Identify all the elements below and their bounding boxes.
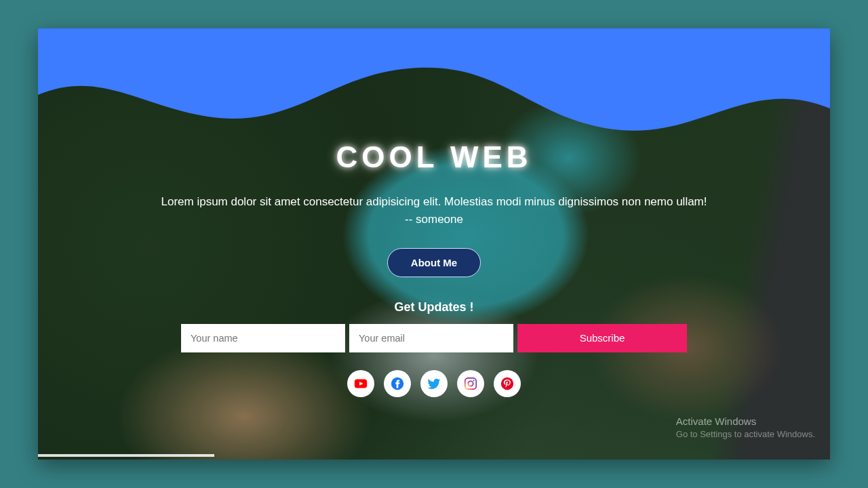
svg-point-3 [468,381,473,386]
subscribe-form: Subscribe [181,324,687,352]
email-input[interactable] [349,324,513,352]
updates-heading: Get Updates ! [394,300,473,314]
twitter-icon[interactable] [420,370,448,397]
page-frame: COOL WEB Lorem ipsum dolor sit amet cons… [38,28,830,460]
video-progress-indicator [38,454,214,457]
tagline-line2: -- someone [405,213,463,226]
page-title: COOL WEB [336,140,532,174]
social-row [347,370,521,397]
subscribe-button[interactable]: Subscribe [517,324,687,352]
hero-content: COOL WEB Lorem ipsum dolor sit amet cons… [38,28,830,460]
instagram-icon[interactable] [457,370,484,397]
youtube-icon[interactable] [347,370,374,397]
about-me-button[interactable]: About Me [387,248,481,277]
tagline-line1: Lorem ipsum dolor sit amet consectetur a… [161,195,707,208]
svg-point-4 [473,380,474,381]
facebook-icon[interactable] [384,370,411,397]
pinterest-icon[interactable] [494,370,521,397]
name-input[interactable] [181,324,345,352]
svg-rect-2 [465,378,477,389]
tagline: Lorem ipsum dolor sit amet consectetur a… [161,193,707,229]
